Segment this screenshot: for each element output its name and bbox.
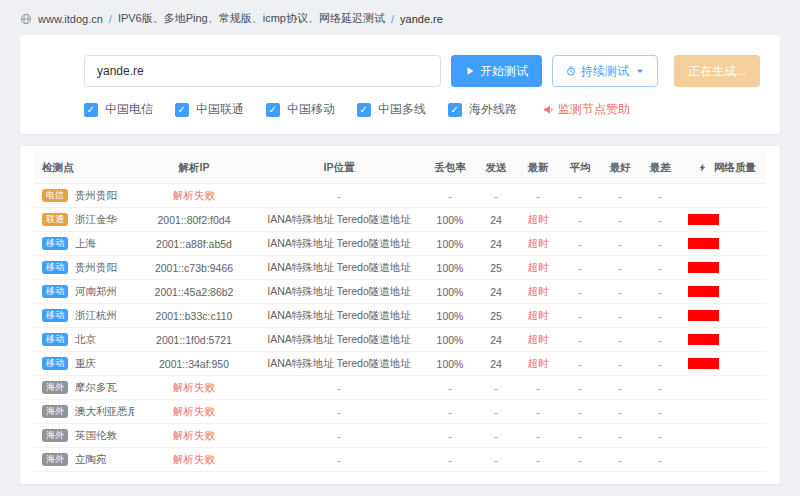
checkbox-china-mobile[interactable]: 中国移动 [266, 101, 335, 118]
carrier-badge: 电信 [42, 189, 68, 203]
col-ip-location: IP位置 [254, 161, 424, 175]
best-value: - [600, 382, 640, 394]
packet-loss: 100% [424, 238, 476, 250]
node-cell: 移动贵州贵阳 [34, 261, 134, 275]
network-quality-cell [680, 334, 766, 345]
megaphone-icon [543, 104, 554, 115]
latest-value: - [516, 454, 560, 466]
checkbox-china-unicom[interactable]: 中国联通 [175, 101, 244, 118]
checkbox-checked-icon [266, 103, 280, 117]
network-quality-cell [680, 358, 766, 369]
node-cell: 移动北京 [34, 333, 134, 347]
col-resolved-ip: 解析IP [134, 161, 254, 175]
table-row: 海外摩尔多瓦解析失败------- [34, 376, 766, 400]
resolved-ip: 2001::b33c:c110 [134, 310, 254, 322]
sent-count: - [476, 382, 516, 394]
carrier-badge: 移动 [42, 333, 68, 347]
sent-count: - [476, 454, 516, 466]
latest-value: 超时 [516, 285, 560, 299]
generating-button: 正在生成... [674, 55, 760, 87]
quality-bar [688, 262, 719, 273]
col-worst: 最差 [640, 161, 680, 175]
carrier-badge: 移动 [42, 285, 68, 299]
best-value: - [600, 430, 640, 442]
ip-location: - [254, 454, 424, 466]
sent-count: 24 [476, 214, 516, 226]
play-icon [465, 66, 475, 76]
ip-location: - [254, 382, 424, 394]
ip-location: - [254, 190, 424, 202]
resolved-ip: 解析失败 [134, 381, 254, 395]
best-value: - [600, 262, 640, 274]
worst-value: - [640, 190, 680, 202]
resolved-ip: 2001::34af:950 [134, 358, 254, 370]
resolved-ip: 解析失败 [134, 453, 254, 467]
packet-loss: 100% [424, 286, 476, 298]
breadcrumb-target: yande.re [400, 13, 443, 25]
col-sent: 发送 [476, 161, 516, 175]
checkbox-checked-icon [175, 103, 189, 117]
test-panel: 开始测试 持续测试 正在生成... 中国电信 中国联通 中国移动 [20, 35, 780, 134]
host-input[interactable] [84, 55, 441, 87]
latest-value: - [516, 406, 560, 418]
table-body: 电信贵州贵阳解析失败-------联通浙江金华2001::80f2:f0d4IA… [34, 184, 766, 472]
packet-loss: 100% [424, 358, 476, 370]
node-cell: 移动上海 [34, 237, 134, 251]
carrier-badge: 联通 [42, 213, 68, 227]
checkbox-overseas[interactable]: 海外线路 [448, 101, 517, 118]
average-value: - [560, 358, 600, 370]
latest-value: 超时 [516, 213, 560, 227]
table-row: 电信贵州贵阳解析失败------- [34, 184, 766, 208]
checkbox-checked-icon [84, 103, 98, 117]
start-test-button[interactable]: 开始测试 [451, 55, 542, 87]
table-row: 海外立陶宛解析失败------- [34, 448, 766, 472]
worst-value: - [640, 262, 680, 274]
continuous-test-button[interactable]: 持续测试 [552, 55, 658, 87]
worst-value: - [640, 430, 680, 442]
packet-loss: 100% [424, 214, 476, 226]
start-test-label: 开始测试 [480, 63, 528, 80]
sent-count: 24 [476, 358, 516, 370]
worst-value: - [640, 238, 680, 250]
col-latest: 最新 [516, 161, 560, 175]
node-location: 北京 [75, 333, 96, 347]
node-cell: 电信贵州贵阳 [34, 189, 134, 203]
best-value: - [600, 454, 640, 466]
average-value: - [560, 454, 600, 466]
sponsor-link[interactable]: 监测节点赞助 [543, 101, 630, 118]
resolved-ip: 解析失败 [134, 429, 254, 443]
node-location: 贵州贵阳 [75, 261, 117, 275]
ip-location: IANA特殊地址 Teredo隧道地址 [254, 333, 424, 347]
network-quality-cell [680, 214, 766, 225]
latest-value: - [516, 382, 560, 394]
node-cell: 移动河南郑州 [34, 285, 134, 299]
checkbox-china-multiline[interactable]: 中国多线 [357, 101, 426, 118]
best-value: - [600, 358, 640, 370]
timer-icon [566, 66, 576, 76]
breadcrumb-separator: / [391, 13, 394, 25]
controls-row: 开始测试 持续测试 正在生成... [84, 55, 760, 87]
resolved-ip: 解析失败 [134, 189, 254, 203]
worst-value: - [640, 214, 680, 226]
checkbox-china-telecom[interactable]: 中国电信 [84, 101, 153, 118]
worst-value: - [640, 286, 680, 298]
breadcrumb-section[interactable]: IPV6版、多地Ping、常规版、icmp协议、网络延迟测试 [118, 11, 385, 26]
checkbox-checked-icon [448, 103, 462, 117]
checkbox-label: 中国联通 [196, 101, 244, 118]
carrier-badge: 海外 [42, 405, 68, 419]
latest-value: 超时 [516, 261, 560, 275]
worst-value: - [640, 406, 680, 418]
packet-loss: - [424, 430, 476, 442]
table-row: 联通浙江金华2001::80f2:f0d4IANA特殊地址 Teredo隧道地址… [34, 208, 766, 232]
breadcrumb-domain[interactable]: www.itdog.cn [38, 13, 103, 25]
table-row: 海外澳大利亚悉尼解析失败------- [34, 400, 766, 424]
average-value: - [560, 406, 600, 418]
ip-location: IANA特殊地址 Teredo隧道地址 [254, 237, 424, 251]
latest-value: - [516, 190, 560, 202]
node-cell: 移动重庆 [34, 357, 134, 371]
quality-bar [688, 334, 719, 345]
resolved-ip: 2001::c73b:9466 [134, 262, 254, 274]
col-node: 检测点 [34, 161, 134, 175]
network-quality-cell [680, 262, 766, 273]
table-row: 移动河南郑州2001::45a2:86b2IANA特殊地址 Teredo隧道地址… [34, 280, 766, 304]
